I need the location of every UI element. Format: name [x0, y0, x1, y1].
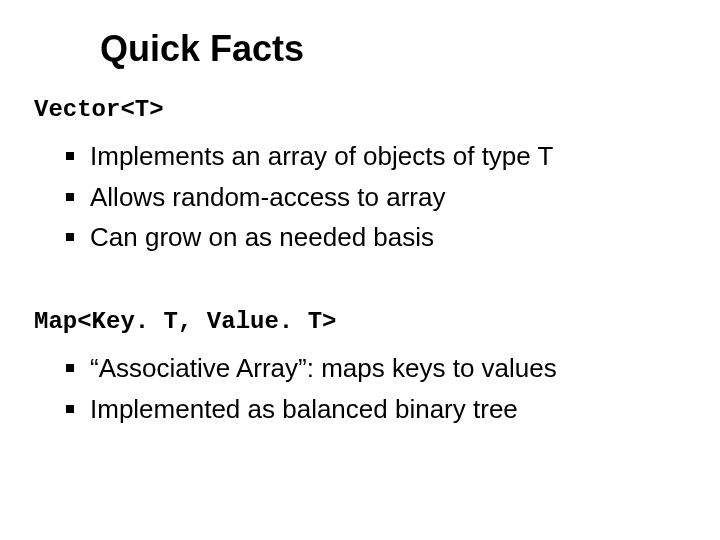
- list-item: Implemented as balanced binary tree: [62, 393, 557, 426]
- slide: Quick Facts Vector<T> Implements an arra…: [0, 0, 720, 540]
- section-heading-vector: Vector<T>: [34, 96, 164, 123]
- section-heading-map: Map<Key. T, Value. T>: [34, 308, 336, 335]
- list-item: Implements an array of objects of type T: [62, 140, 553, 173]
- bullet-list-map: “Associative Array”: maps keys to values…: [62, 352, 557, 433]
- list-item: “Associative Array”: maps keys to values: [62, 352, 557, 385]
- list-item: Can grow on as needed basis: [62, 221, 553, 254]
- slide-title: Quick Facts: [100, 28, 304, 70]
- list-item: Allows random-access to array: [62, 181, 553, 214]
- bullet-list-vector: Implements an array of objects of type T…: [62, 140, 553, 262]
